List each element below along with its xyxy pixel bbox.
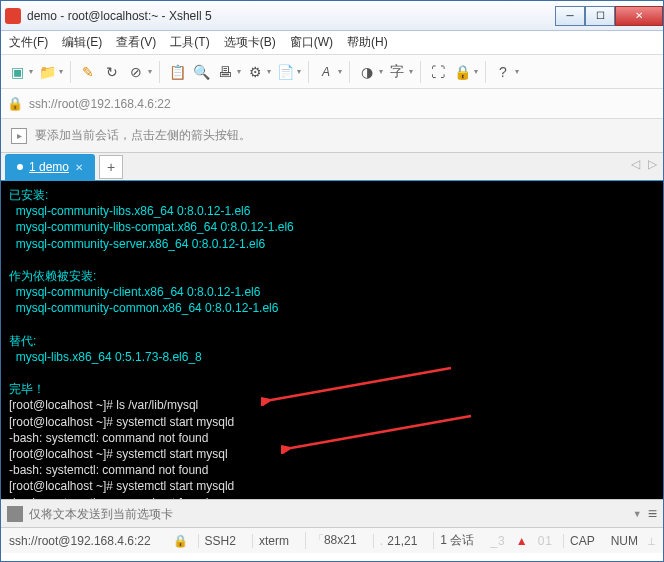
status-up-icon: ▲ [516, 534, 528, 548]
script-icon[interactable]: 📄 [275, 62, 295, 82]
annotation-arrow-1 [261, 366, 461, 406]
maximize-button[interactable]: ☐ [585, 6, 615, 26]
menu-tools[interactable]: 工具(T) [170, 34, 209, 51]
tab-next-icon[interactable]: ▷ [648, 157, 657, 171]
menu-bar: 文件(F) 编辑(E) 查看(V) 工具(T) 选项卡(B) 窗口(W) 帮助(… [1, 31, 663, 55]
address-text[interactable]: ssh://root@192.168.4.6:22 [29, 97, 171, 111]
window-controls: ─ ☐ ✕ [555, 6, 663, 26]
send-bar: ▼ ≡ [1, 499, 663, 527]
send-toggle-icon[interactable] [7, 506, 23, 522]
menu-edit[interactable]: 编辑(E) [62, 34, 102, 51]
send-menu-icon[interactable]: ≡ [648, 505, 657, 523]
tab-nav: ◁ ▷ [631, 157, 657, 171]
open-icon[interactable]: 📁 [37, 62, 57, 82]
svg-line-3 [291, 416, 471, 448]
app-icon [5, 8, 21, 24]
add-session-icon[interactable]: ▸ [11, 128, 27, 144]
copy-icon[interactable]: 📋 [167, 62, 187, 82]
send-dropdown-icon[interactable]: ▼ [633, 509, 642, 519]
tab-status-dot [17, 164, 23, 170]
svg-line-1 [271, 368, 451, 400]
menu-file[interactable]: 文件(F) [9, 34, 48, 51]
tab-close-icon[interactable]: ✕ [75, 162, 83, 173]
reconnect-icon[interactable]: ↻ [102, 62, 122, 82]
menu-help[interactable]: 帮助(H) [347, 34, 388, 51]
terminal[interactable]: 已安装: mysql-community-libs.x86_64 0:8.0.1… [1, 181, 663, 499]
status-connection: ssh://root@192.168.4.6:22 [9, 534, 151, 548]
lock-icon: 🔒 [7, 96, 23, 111]
window-titlebar: demo - root@localhost:~ - Xshell 5 ─ ☐ ✕ [1, 1, 663, 31]
close-button[interactable]: ✕ [615, 6, 663, 26]
tab-label: 1 demo [29, 160, 69, 174]
status-sessions: 1 会话 [433, 532, 480, 549]
fullscreen-icon[interactable]: ⛶ [428, 62, 448, 82]
toolbar: ▣▾ 📁▾ ✎ ↻ ⊘▾ 📋 🔍 🖶▾ ⚙▾ 📄▾ A▾ ◑▾ 字▾ ⛶ 🔒▾ … [1, 55, 663, 89]
status-cursor: 21,21 [387, 534, 417, 548]
status-bar: ssh://root@192.168.4.6:22 🔒 SSH2 xterm 「… [1, 527, 663, 553]
disconnect-icon[interactable]: ⊘ [126, 62, 146, 82]
print-icon[interactable]: 🖶 [215, 62, 235, 82]
new-session-icon[interactable]: ▣ [7, 62, 27, 82]
annotation-arrow-2 [281, 414, 481, 454]
status-size: 88x21 [324, 533, 357, 547]
color-scheme-icon[interactable]: ◑ [357, 62, 377, 82]
lock-toolbar-icon[interactable]: 🔒 [452, 62, 472, 82]
watermark: _3 [490, 534, 505, 548]
search-icon[interactable]: 🔍 [191, 62, 211, 82]
session-tab[interactable]: 1 demo ✕ [5, 154, 95, 180]
menu-tabs[interactable]: 选项卡(B) [224, 34, 276, 51]
status-termtype: xterm [252, 534, 295, 548]
help-icon[interactable]: ? [493, 62, 513, 82]
encoding-icon[interactable]: 字 [387, 62, 407, 82]
address-bar: 🔒 ssh://root@192.168.4.6:22 [1, 89, 663, 119]
font-icon[interactable]: A [316, 62, 336, 82]
hint-text: 要添加当前会话，点击左侧的箭头按钮。 [35, 127, 251, 144]
hint-bar: ▸ 要添加当前会话，点击左侧的箭头按钮。 [1, 119, 663, 153]
menu-view[interactable]: 查看(V) [116, 34, 156, 51]
properties-icon[interactable]: ⚙ [245, 62, 265, 82]
tab-strip: 1 demo ✕ + ◁ ▷ [1, 153, 663, 181]
highlight-icon[interactable]: ✎ [78, 62, 98, 82]
status-protocol: SSH2 [198, 534, 242, 548]
status-num: NUM [611, 534, 638, 548]
status-lock-icon: 🔒 [173, 534, 188, 548]
minimize-button[interactable]: ─ [555, 6, 585, 26]
menu-window[interactable]: 窗口(W) [290, 34, 333, 51]
new-tab-button[interactable]: + [99, 155, 123, 179]
send-input[interactable] [29, 507, 627, 521]
tab-prev-icon[interactable]: ◁ [631, 157, 640, 171]
status-cap: CAP [563, 534, 601, 548]
window-title: demo - root@localhost:~ - Xshell 5 [27, 9, 555, 23]
